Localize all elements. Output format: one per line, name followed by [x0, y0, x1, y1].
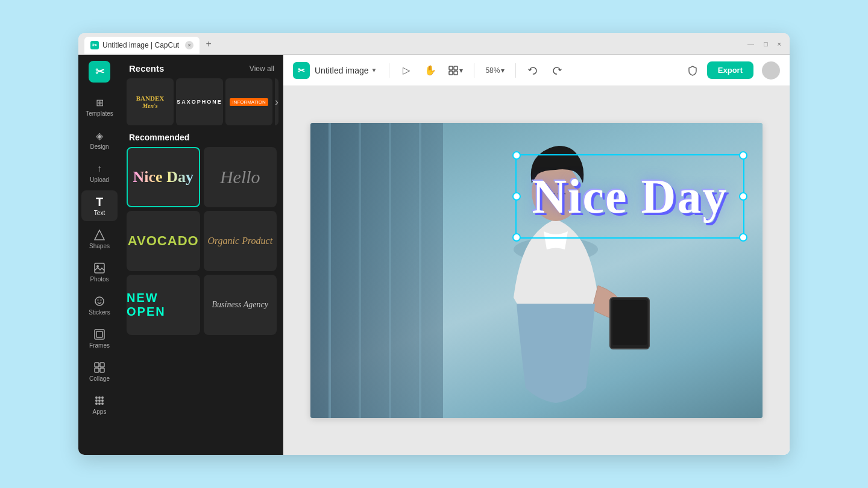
- template-newopen-text: NEW OPEN: [127, 291, 200, 319]
- panel: Recents View all BANDEXMen's SAXOPHONE I…: [121, 55, 283, 455]
- zoom-control[interactable]: 58% ▾: [482, 66, 508, 75]
- handle-top-right[interactable]: [739, 151, 747, 160]
- app-logo: ✂: [89, 61, 110, 83]
- shield-icon: [687, 65, 698, 76]
- recent-item-bandex[interactable]: BANDEXMen's: [127, 78, 174, 125]
- svg-rect-21: [449, 66, 453, 70]
- shield-button[interactable]: [683, 61, 702, 80]
- doc-title: Untitled image: [315, 66, 369, 75]
- redo-button[interactable]: [547, 61, 567, 80]
- text-selection-box[interactable]: Nice Day: [515, 154, 744, 239]
- svg-rect-10: [95, 368, 99, 372]
- zoom-chevron-icon: ▾: [501, 66, 505, 75]
- sidebar-item-upload-label: Upload: [90, 177, 109, 183]
- sidebar-item-upload[interactable]: ↑ Upload: [81, 157, 118, 188]
- sidebar-item-shapes-label: Shapes: [89, 243, 110, 249]
- template-avocado-text: Avocado: [128, 233, 199, 249]
- upload-icon: ↑: [93, 162, 106, 175]
- sidebar-item-text[interactable]: T Text: [81, 190, 118, 221]
- layout-button[interactable]: ▾: [445, 61, 467, 80]
- sidebar-item-collage[interactable]: Collage: [81, 356, 118, 387]
- minimize-button[interactable]: —: [745, 39, 756, 49]
- recent-item-information[interactable]: INFORMATION: [225, 78, 272, 125]
- toolbar-logo: ✂: [293, 62, 310, 79]
- sidebar-item-collage-label: Collage: [89, 375, 110, 382]
- template-hello-text: Hello: [220, 167, 260, 187]
- sidebar-item-templates[interactable]: ⊞ Templates: [81, 91, 118, 122]
- svg-point-18: [95, 402, 98, 405]
- tab-close-button[interactable]: ×: [185, 41, 193, 49]
- icon-sidebar: ✂ ⊞ Templates ◈ Design ↑ Upload T Text: [78, 55, 121, 455]
- svg-point-20: [101, 402, 104, 405]
- handle-middle-left[interactable]: [512, 192, 521, 201]
- nice-day-canvas-text: Nice Day: [520, 166, 740, 227]
- stickers-icon: [93, 295, 106, 308]
- user-avatar[interactable]: [762, 61, 780, 80]
- recent-item-saxophone[interactable]: SAXOPHONE: [176, 78, 223, 125]
- template-organic-text: Organic Product: [207, 236, 272, 246]
- sidebar-item-stickers[interactable]: Stickers: [81, 290, 118, 321]
- template-nice-day-text: Nice Day: [133, 168, 193, 186]
- undo-button[interactable]: [523, 61, 542, 80]
- app-window: ✂ Untitled image | CapCut × + — □ × ✂ ⊞ …: [78, 33, 790, 455]
- panel-header: Recents View all: [121, 55, 283, 78]
- sidebar-item-stickers-label: Stickers: [89, 309, 110, 316]
- sidebar-item-photos[interactable]: Photos: [81, 257, 118, 287]
- tab-active[interactable]: ✂ Untitled image | CapCut ×: [84, 37, 200, 54]
- window-controls: — □ ×: [745, 39, 784, 49]
- recent-information-text: INFORMATION: [230, 98, 268, 106]
- tab-logo-icon: ✂: [90, 41, 99, 49]
- template-card-business[interactable]: Business Agency: [204, 275, 277, 335]
- toolbar-divider-2: [474, 63, 474, 78]
- svg-point-5: [101, 299, 102, 301]
- doc-title-area[interactable]: Untitled image ▼: [315, 66, 377, 75]
- svg-point-15: [95, 399, 98, 402]
- svg-point-19: [98, 402, 101, 405]
- maximize-button[interactable]: □: [761, 39, 770, 49]
- svg-rect-22: [454, 66, 458, 70]
- template-card-nice-day[interactable]: Nice Day: [127, 147, 200, 207]
- recent-bandex-text: BANDEXMen's: [136, 95, 164, 109]
- play-button[interactable]: ▷: [397, 61, 416, 80]
- recents-grid: BANDEXMen's SAXOPHONE INFORMATION ›: [121, 78, 283, 125]
- frames-icon: [93, 328, 106, 341]
- hand-tool-button[interactable]: ✋: [421, 61, 440, 80]
- canvas-area: Nice Day: [283, 86, 790, 455]
- handle-bottom-left[interactable]: [512, 233, 521, 242]
- export-button[interactable]: Export: [707, 61, 753, 79]
- svg-point-4: [98, 299, 99, 301]
- svg-point-3: [95, 297, 104, 305]
- text-icon: T: [93, 195, 106, 208]
- titlebar: ✂ Untitled image | CapCut × + — □ ×: [78, 33, 790, 55]
- template-card-newopen[interactable]: NEW OPEN: [127, 275, 200, 335]
- sidebar-item-text-label: Text: [94, 210, 105, 216]
- tab-add-button[interactable]: +: [202, 37, 215, 51]
- svg-point-14: [101, 396, 104, 399]
- sidebar-item-frames[interactable]: Frames: [81, 323, 118, 354]
- svg-rect-9: [100, 363, 104, 367]
- sidebar-item-apps[interactable]: Apps: [81, 389, 118, 420]
- canvas[interactable]: Nice Day: [310, 123, 763, 418]
- handle-bottom-right[interactable]: [739, 233, 747, 242]
- handle-top-left[interactable]: [512, 151, 521, 160]
- handle-middle-right[interactable]: [739, 192, 747, 201]
- svg-rect-27: [612, 300, 647, 345]
- photos-icon: [93, 261, 106, 275]
- recent-more-button[interactable]: ›: [275, 78, 278, 125]
- design-icon: ◈: [93, 129, 106, 142]
- recents-title: Recents: [129, 63, 164, 74]
- template-card-hello[interactable]: Hello: [204, 147, 277, 207]
- view-all-button[interactable]: View all: [250, 64, 274, 73]
- close-button[interactable]: ×: [775, 39, 784, 49]
- apps-icon: [93, 394, 106, 407]
- svg-rect-24: [454, 71, 458, 75]
- templates-grid: Nice Day Hello Avocado Organic Product N…: [121, 147, 283, 341]
- sidebar-item-apps-label: Apps: [93, 408, 107, 415]
- zoom-label: 58%: [485, 66, 500, 75]
- sidebar-item-shapes[interactable]: Shapes: [81, 224, 118, 254]
- template-card-avocado[interactable]: Avocado: [127, 211, 200, 271]
- redo-icon: [552, 66, 562, 75]
- template-card-organic[interactable]: Organic Product: [204, 211, 277, 271]
- recommended-title: Recommended: [121, 125, 283, 147]
- sidebar-item-design[interactable]: ◈ Design: [81, 124, 118, 155]
